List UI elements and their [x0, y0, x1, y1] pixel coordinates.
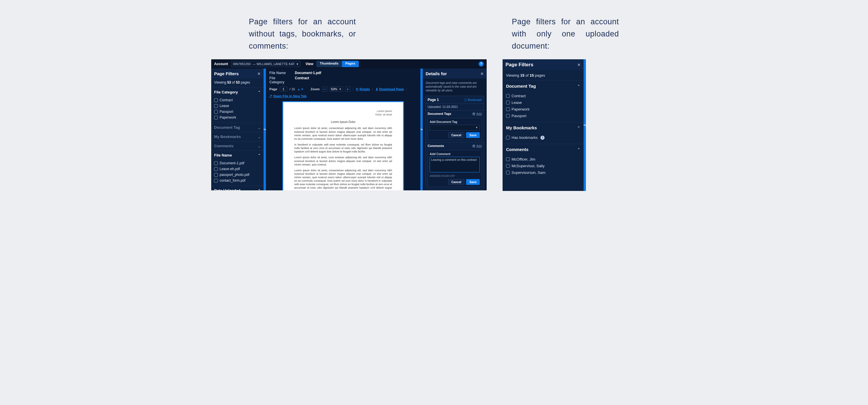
save-button[interactable]: Save: [466, 179, 480, 185]
plus-icon: +: [472, 144, 475, 148]
checkbox-icon: [214, 173, 218, 177]
pages-tab[interactable]: Pages: [342, 61, 359, 67]
document-tags-header: Document Tags: [428, 112, 452, 116]
comment-timestamp: 2/3/2023 0:5:29 CST: [430, 174, 480, 177]
filter-item[interactable]: McOfficer, Jim: [506, 156, 580, 163]
checkbox-icon: [214, 116, 218, 120]
page-down-icon[interactable]: ▼: [301, 88, 304, 91]
resize-handle-right[interactable]: ⇆: [421, 68, 423, 190]
page-up-icon[interactable]: ▲: [298, 88, 300, 91]
file-category-value: Contract: [295, 76, 309, 84]
section-date-uploaded[interactable]: Date Uploaded⌃: [211, 186, 264, 190]
zoom-select[interactable]: 50%▼: [330, 87, 343, 92]
filter-item[interactable]: Passport: [506, 113, 580, 119]
comment-textarea[interactable]: [430, 157, 480, 173]
filter-item[interactable]: Paperwork: [214, 115, 261, 120]
bookmark-icon: ☐: [464, 98, 467, 101]
close-icon[interactable]: ✕: [577, 62, 581, 67]
account-select[interactable]: 0967891283 — WILLIAMS, LANETTE KAT ▾: [231, 61, 300, 67]
help-button[interactable]: ?: [478, 61, 484, 66]
close-icon[interactable]: ✕: [257, 71, 261, 76]
filter-item[interactable]: Lease-eh.pdf: [214, 166, 261, 172]
section-my-bookmarks[interactable]: My Bookmarks⌃: [211, 132, 264, 141]
doc-header-line1: Lorem Ipsum: [294, 110, 392, 113]
thumbnails-tab[interactable]: Thumbnails: [316, 61, 342, 67]
checkbox-icon: [506, 136, 510, 139]
add-tag-link[interactable]: +Add: [472, 112, 482, 116]
app-left: Account 0967891283 — WILLIAMS, LANETTE K…: [211, 59, 487, 190]
filter-item[interactable]: Document-1.pdf: [214, 160, 261, 166]
add-comment-link[interactable]: +Add: [472, 144, 482, 148]
filter-item[interactable]: Supervisorson, Sam: [506, 169, 580, 176]
doc-title: Lorem Ipsum Dolor: [294, 120, 392, 124]
tag-select[interactable]: ▼: [430, 125, 480, 130]
filter-item[interactable]: contact_form.pdf: [214, 178, 261, 183]
chevron-down-icon: ⌃: [258, 126, 261, 130]
save-button[interactable]: Save: [466, 132, 480, 138]
cancel-button[interactable]: Cancel: [448, 179, 464, 185]
download-link[interactable]: ⬇Download Page: [376, 87, 404, 91]
chevron-up-icon: ⌃: [577, 126, 580, 130]
section-document-tag[interactable]: Document Tag⌃: [503, 81, 584, 91]
page-filters-title: Page Filters: [214, 71, 239, 76]
chevron-down-icon: ▼: [339, 88, 341, 91]
chevron-down-icon: ⌃: [258, 144, 261, 148]
filter-item[interactable]: Contract: [214, 97, 261, 103]
section-document-tag[interactable]: Document Tag⌃: [211, 123, 264, 132]
comments-header: Comments: [428, 144, 444, 148]
page-input[interactable]: 1: [280, 87, 287, 92]
plus-icon: +: [472, 112, 475, 116]
section-file-name[interactable]: File Name⌃: [211, 150, 264, 160]
details-note: Document tags and case comments are auto…: [423, 79, 487, 95]
checkbox-icon: [506, 107, 510, 111]
resize-handle[interactable]: ⇆: [584, 59, 586, 191]
filter-item[interactable]: passport_photo.pdf: [214, 172, 261, 178]
account-label: Account: [214, 62, 228, 66]
topbar: Account 0967891283 — WILLIAMS, LANETTE K…: [211, 59, 487, 68]
doc-paragraph: Lorem ipsum dolor sit amet, consectetuer…: [294, 169, 392, 190]
page-label: Page 1: [428, 98, 439, 102]
section-comments[interactable]: Comments⌃: [211, 141, 264, 150]
zoom-out-button[interactable]: −: [322, 87, 327, 92]
section-file-category[interactable]: File Category⌃: [211, 87, 264, 97]
checkbox-icon: [214, 179, 218, 183]
page-filters-panel: Page Filters ✕ Viewing 15 of 15 pages Do…: [503, 59, 584, 191]
resize-handle-left[interactable]: ⇆: [264, 68, 266, 190]
page-filters-title: Page Filters: [505, 62, 533, 68]
filter-item[interactable]: Passport: [214, 109, 261, 115]
bookmark-link[interactable]: ☐Bookmark: [464, 98, 482, 101]
chevron-up-icon: ⌃: [577, 84, 580, 88]
section-my-bookmarks[interactable]: My Bookmarks⌃: [503, 122, 584, 133]
page-details-card: Page 1 ☐Bookmark Uploaded: 11-03-2021 Do…: [425, 96, 484, 189]
filter-item[interactable]: Paperwork: [506, 106, 580, 113]
file-name-label: File Name: [269, 71, 291, 75]
file-category-label: File Category: [269, 76, 291, 84]
doc-paragraph: Lorem ipsum dolor sit amet, consectetuer…: [294, 126, 392, 141]
open-new-tab-link[interactable]: ↗Open File in New Tab: [269, 94, 306, 98]
view-label: View: [306, 62, 313, 66]
filter-item[interactable]: Lease: [506, 99, 580, 106]
rotate-link[interactable]: ↻Rotate: [356, 87, 370, 91]
caption-left: Page filters for an account without tags…: [249, 16, 356, 52]
filter-item[interactable]: Has bookmarksi: [506, 134, 580, 141]
document-page: Lorem Ipsum Dolor, sit amet Lorem Ipsum …: [282, 101, 404, 190]
checkbox-icon: [506, 171, 510, 175]
checkbox-icon: [214, 161, 218, 165]
doc-paragraph: Lorem ipsum dolor sit amet, cons ectetue…: [294, 156, 392, 166]
filter-item[interactable]: Lease: [214, 103, 261, 109]
doc-paragraph: In hendrerit in vulputate velit esse mol…: [294, 143, 392, 153]
caption-right: Page filters for an account with only on…: [512, 16, 619, 52]
filter-item[interactable]: McSupervisor, Sally: [506, 163, 580, 169]
file-name-value: Document-1.pdf: [295, 71, 321, 75]
cancel-button[interactable]: Cancel: [448, 132, 464, 138]
section-comments[interactable]: Comments⌃: [503, 144, 584, 155]
filter-item[interactable]: Contract: [506, 93, 580, 99]
download-icon: ⬇: [376, 87, 378, 91]
zoom-label: Zoom: [311, 87, 320, 91]
page-total: / 15: [290, 87, 295, 91]
page-filters-panel: Page Filters ✕ Viewing 53 of 53 pages Fi…: [211, 68, 264, 190]
close-icon[interactable]: ✕: [480, 71, 484, 76]
zoom-in-button[interactable]: +: [345, 87, 350, 92]
grip-icon: ⇆: [584, 124, 586, 127]
info-icon[interactable]: i: [540, 136, 545, 140]
